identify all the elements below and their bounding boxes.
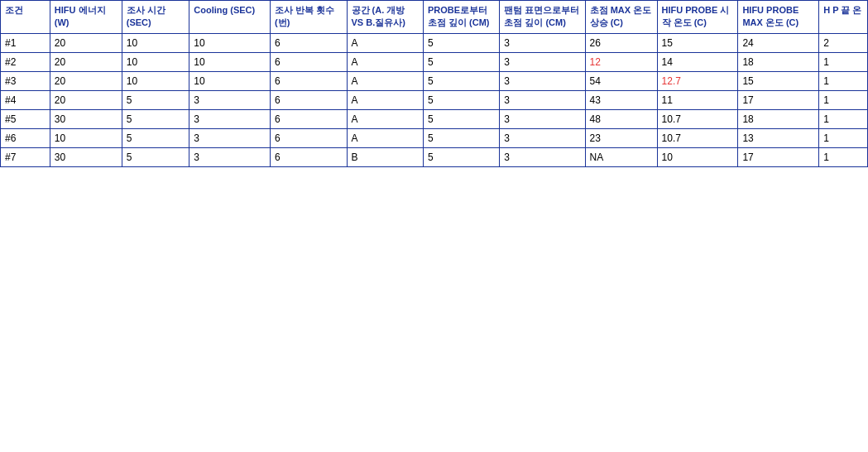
col-header-probe-depth: PROBE로부터 초점 깊이 (CM) [423, 1, 499, 34]
cell-phantom-depth: 3 [500, 128, 585, 147]
cell-max-temp: 12 [585, 52, 657, 71]
cell-repeat: 6 [271, 147, 347, 166]
data-table: 조건 HIFU 에너지 (W) 조사 시간 (SEC) Cooling (SEC… [0, 0, 868, 167]
cell-end: 1 [819, 147, 868, 166]
cell-max-probe: 24 [738, 33, 819, 52]
cell-time: 10 [122, 71, 189, 90]
cell-end: 1 [819, 52, 868, 71]
cell-time: 10 [122, 52, 189, 71]
cell-repeat: 6 [271, 109, 347, 128]
cell-cooling: 3 [189, 90, 271, 109]
cell-start-temp: 11 [657, 90, 738, 109]
cell-energy: 20 [50, 71, 122, 90]
cell-time: 5 [122, 147, 189, 166]
cell-max-probe: 13 [738, 128, 819, 147]
cell-probe-depth: 5 [423, 109, 499, 128]
cell-cooling: 10 [189, 33, 271, 52]
table-row: #730536B53NA10171 [1, 147, 868, 166]
cell-space: A [347, 128, 423, 147]
cell-max-probe: 15 [738, 71, 819, 90]
cell-start-temp: 10.7 [657, 128, 738, 147]
cell-probe-depth: 5 [423, 71, 499, 90]
cell-id: #5 [1, 109, 50, 128]
cell-start-temp: 15 [657, 33, 738, 52]
cell-phantom-depth: 3 [500, 52, 585, 71]
cell-repeat: 6 [271, 128, 347, 147]
cell-space: A [347, 90, 423, 109]
cell-phantom-depth: 3 [500, 33, 585, 52]
cell-phantom-depth: 3 [500, 109, 585, 128]
cell-max-temp: 26 [585, 33, 657, 52]
cell-end: 1 [819, 109, 868, 128]
col-header-space: 공간 (A. 개방 VS B.질유사) [347, 1, 423, 34]
cell-start-temp: 12.7 [657, 71, 738, 90]
cell-probe-depth: 5 [423, 33, 499, 52]
table-row: #12010106A532615242 [1, 33, 868, 52]
col-header-max-temp: 초점 MAX 온도 상승 (C) [585, 1, 657, 34]
cell-space: A [347, 71, 423, 90]
cell-space: B [347, 147, 423, 166]
table-row: #32010106A535412.7151 [1, 71, 868, 90]
cell-max-temp: 43 [585, 90, 657, 109]
cell-start-temp: 10.7 [657, 109, 738, 128]
cell-end: 1 [819, 128, 868, 147]
cell-max-temp: 48 [585, 109, 657, 128]
cell-probe-depth: 5 [423, 147, 499, 166]
cell-cooling: 3 [189, 109, 271, 128]
cell-energy: 10 [50, 128, 122, 147]
cell-id: #4 [1, 90, 50, 109]
col-header-start-temp: HIFU PROBE 시작 온도 (C) [657, 1, 738, 34]
col-header-condition: 조건 [1, 1, 50, 34]
cell-cooling: 10 [189, 71, 271, 90]
col-header-end: H P 끝 온 [819, 1, 868, 34]
col-header-phantom-depth: 팬텀 표면으로부터 초점 깊이 (CM) [500, 1, 585, 34]
cell-max-temp: 23 [585, 128, 657, 147]
cell-max-probe: 18 [738, 109, 819, 128]
cell-max-probe: 17 [738, 90, 819, 109]
table-row: #610536A532310.7131 [1, 128, 868, 147]
col-header-energy: HIFU 에너지 (W) [50, 1, 122, 34]
cell-id: #7 [1, 147, 50, 166]
cell-energy: 20 [50, 90, 122, 109]
cell-phantom-depth: 3 [500, 90, 585, 109]
cell-phantom-depth: 3 [500, 147, 585, 166]
col-header-max-probe: HIFU PROBE MAX 온도 (C) [738, 1, 819, 34]
cell-max-temp: 54 [585, 71, 657, 90]
table-row: #420536A534311171 [1, 90, 868, 109]
cell-id: #1 [1, 33, 50, 52]
cell-probe-depth: 5 [423, 90, 499, 109]
cell-time: 10 [122, 33, 189, 52]
table-wrapper: 조건 HIFU 에너지 (W) 조사 시간 (SEC) Cooling (SEC… [0, 0, 868, 452]
cell-energy: 30 [50, 147, 122, 166]
cell-end: 2 [819, 33, 868, 52]
cell-max-temp: NA [585, 147, 657, 166]
cell-repeat: 6 [271, 33, 347, 52]
cell-id: #6 [1, 128, 50, 147]
col-header-cooling: Cooling (SEC) [189, 1, 271, 34]
cell-time: 5 [122, 109, 189, 128]
cell-cooling: 3 [189, 128, 271, 147]
col-header-repeat: 조사 반복 횟수 (번) [271, 1, 347, 34]
cell-start-temp: 14 [657, 52, 738, 71]
cell-energy: 20 [50, 33, 122, 52]
header-row: 조건 HIFU 에너지 (W) 조사 시간 (SEC) Cooling (SEC… [1, 1, 868, 34]
cell-repeat: 6 [271, 71, 347, 90]
cell-id: #3 [1, 71, 50, 90]
cell-max-probe: 17 [738, 147, 819, 166]
cell-energy: 20 [50, 52, 122, 71]
cell-space: A [347, 52, 423, 71]
cell-phantom-depth: 3 [500, 71, 585, 90]
cell-end: 1 [819, 71, 868, 90]
cell-id: #2 [1, 52, 50, 71]
cell-probe-depth: 5 [423, 128, 499, 147]
cell-cooling: 10 [189, 52, 271, 71]
cell-time: 5 [122, 90, 189, 109]
cell-start-temp: 10 [657, 147, 738, 166]
cell-end: 1 [819, 90, 868, 109]
cell-space: A [347, 33, 423, 52]
cell-repeat: 6 [271, 90, 347, 109]
cell-cooling: 3 [189, 147, 271, 166]
col-header-time: 조사 시간 (SEC) [122, 1, 189, 34]
cell-space: A [347, 109, 423, 128]
table-row: #22010106A531214181 [1, 52, 868, 71]
